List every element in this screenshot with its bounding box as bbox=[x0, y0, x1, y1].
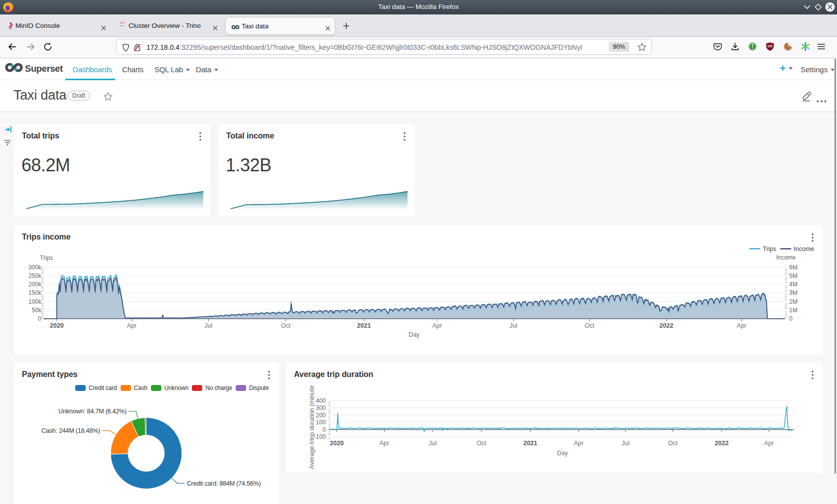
svg-text:2021: 2021 bbox=[357, 322, 371, 329]
svg-text:Credit card: 984M (74.56%): Credit card: 984M (74.56%) bbox=[187, 480, 261, 487]
svg-text:UO: UO bbox=[768, 44, 773, 48]
svg-text:Apr: Apr bbox=[127, 322, 137, 329]
svg-text:1M: 1M bbox=[789, 307, 798, 314]
svg-text:Unknown: 84.7M (6.42%): Unknown: 84.7M (6.42%) bbox=[58, 408, 127, 415]
svg-text:150k: 150k bbox=[28, 289, 42, 296]
svg-text:250k: 250k bbox=[28, 272, 42, 279]
svg-text:Apr: Apr bbox=[574, 440, 583, 447]
svg-text:2020: 2020 bbox=[330, 440, 344, 447]
svg-text:200: 200 bbox=[316, 412, 326, 419]
svg-text:Jul: Jul bbox=[429, 440, 437, 447]
svg-text:200k: 200k bbox=[28, 281, 42, 288]
svg-text:-100: -100 bbox=[314, 433, 326, 440]
svg-text:Oct: Oct bbox=[585, 322, 595, 329]
svg-text:6M: 6M bbox=[789, 264, 798, 271]
svg-text:2021: 2021 bbox=[524, 440, 538, 447]
svg-text:Oct: Oct bbox=[477, 440, 487, 447]
svg-text:100: 100 bbox=[316, 419, 326, 426]
svg-text:300k: 300k bbox=[28, 264, 42, 271]
svg-text:Cash: 244M (18.48%): Cash: 244M (18.48%) bbox=[41, 427, 100, 434]
svg-text:Trips: Trips bbox=[763, 246, 776, 252]
svg-text:Jul: Jul bbox=[622, 440, 630, 447]
svg-text:Income: Income bbox=[776, 254, 796, 261]
svg-text:2M: 2M bbox=[789, 298, 798, 305]
svg-text:5M: 5M bbox=[789, 272, 798, 279]
svg-text:Apr: Apr bbox=[380, 440, 389, 447]
svg-text:Income: Income bbox=[794, 246, 814, 252]
svg-text:300: 300 bbox=[316, 404, 326, 411]
svg-text:Jul: Jul bbox=[205, 322, 213, 329]
svg-text:Day: Day bbox=[409, 331, 420, 338]
svg-text:4M: 4M bbox=[789, 281, 798, 288]
svg-text:Average trinp duration (minute: Average trinp duration (minute bbox=[308, 385, 315, 469]
svg-text:400: 400 bbox=[316, 397, 326, 404]
svg-text:0: 0 bbox=[38, 315, 41, 322]
svg-text:2020: 2020 bbox=[50, 322, 64, 329]
svg-text:3M: 3M bbox=[789, 289, 798, 296]
svg-text:Apr: Apr bbox=[432, 322, 442, 329]
svg-text:Trips: Trips bbox=[40, 254, 53, 261]
svg-text:100k: 100k bbox=[28, 298, 42, 305]
svg-text:Day: Day bbox=[557, 450, 568, 457]
svg-text:0: 0 bbox=[322, 426, 326, 433]
svg-text:0: 0 bbox=[789, 315, 793, 322]
svg-text:Oct: Oct bbox=[668, 440, 678, 447]
svg-text:Oct: Oct bbox=[281, 322, 291, 329]
svg-text:Apr: Apr bbox=[764, 440, 774, 447]
svg-text:2022: 2022 bbox=[715, 440, 729, 447]
svg-text:Apr: Apr bbox=[737, 322, 746, 329]
svg-text:2022: 2022 bbox=[660, 322, 674, 329]
svg-text:Jul: Jul bbox=[510, 322, 518, 329]
svg-text:50k: 50k bbox=[32, 307, 42, 314]
